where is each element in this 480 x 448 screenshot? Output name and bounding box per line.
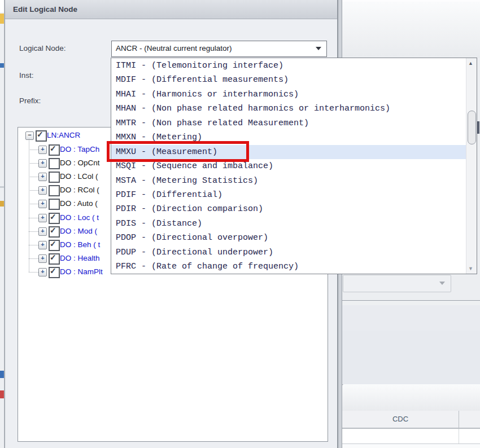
tree-connector-line [29,163,38,164]
dropdown-item[interactable]: PDOP - (Directional overpower) [111,231,466,245]
checkmark-icon: ✓ [50,226,56,235]
dialog-title: Edit Logical Node [13,5,77,14]
root-checkbox[interactable]: ✓ [36,130,47,142]
dialog-titlebar[interactable]: Edit Logical Node [5,0,337,19]
prefix-label: Prefix: [19,96,41,105]
expand-icon[interactable]: + [38,159,47,168]
dropdown-item[interactable]: MHAN - (Non phase related harmonics or i… [111,102,466,116]
tree-connector-line [29,190,38,191]
do-checkbox[interactable] [49,172,60,183]
expand-icon[interactable]: + [38,214,47,222]
expand-icon[interactable]: + [38,254,47,263]
dropdown-item[interactable]: PFRC - (Rate of change of frequency) [111,260,466,274]
tree-item-label[interactable]: DO : Loc ( t [60,211,99,225]
checkmark-icon: ✓ [50,266,56,275]
scroll-down-icon[interactable]: ▼ [468,266,473,271]
dropdown-item[interactable]: PDIF - (Differential) [111,188,466,202]
tree-connector-line [29,204,38,204]
background-icon-fragment [0,63,4,68]
background-icon-fragment [0,390,4,398]
inst-label: Inst: [19,71,34,80]
tree-item-label[interactable]: DO : Beh ( t [60,238,100,252]
dropdown-item[interactable]: MDIF - (Differential measurements) [111,73,466,87]
expand-icon[interactable]: + [38,186,47,195]
expand-icon[interactable]: + [38,241,47,249]
background-table-row [342,429,480,444]
checkmark-icon: ✓ [50,253,56,262]
background-icon-fragment [0,371,4,378]
tree-item-label[interactable]: DO : OpCnt [60,156,100,170]
chevron-down-icon [316,47,321,50]
background-fragment [477,121,479,134]
do-checkbox[interactable]: ✓ [49,267,60,278]
tree-connector-line [29,231,38,232]
tree-item-label[interactable]: DO : Auto ( [60,197,98,210]
background-top-pane [342,0,480,58]
annotation-highlight-box [107,141,249,162]
dropdown-item[interactable]: MSTA - (Metering Statistics) [111,174,466,188]
do-checkbox[interactable]: ✓ [49,213,60,224]
dropdown-item[interactable]: MHAI - (Harmonics or interharmonics) [111,87,466,102]
collapse-icon[interactable]: − [25,131,34,140]
expand-icon[interactable]: + [38,227,47,236]
tree-item-label[interactable]: DO : Health [60,252,100,265]
do-checkbox[interactable]: ✓ [49,240,60,251]
logical-node-combobox[interactable]: ANCR - (Neutral current regulator) [111,41,327,57]
dropdown-item[interactable]: ITMI - (Telemonitoring interface) [111,59,466,73]
checkmark-icon: ✓ [50,212,56,221]
tree-connector-line [29,177,38,177]
logical-node-selected-value: ANCR - (Neutral current regulator) [116,44,232,52]
background-left-strip [0,0,5,448]
do-checkbox[interactable] [49,199,60,210]
do-checkbox[interactable]: ✓ [49,226,60,238]
tree-item-label[interactable]: DO : Mod ( [60,225,97,238]
checkmark-icon: ✓ [50,239,56,248]
tree-item-label[interactable]: DO : NamPlt [60,265,103,279]
background-group-header [342,384,480,411]
tree-connector-line [29,258,38,259]
tree-item-label[interactable]: DO : TapCh [60,143,99,156]
logical-node-listbox: ITMI - (Telemonitoring interface)MDIF - … [111,58,477,274]
expand-icon[interactable]: + [38,200,47,208]
dropdown-item[interactable]: PDUP - (Directional underpower) [111,245,466,260]
background-table-header-row: CDC [342,411,480,429]
expand-icon[interactable]: + [38,146,47,154]
do-checkbox[interactable] [49,185,60,196]
tree-root-label[interactable]: LN:ANCR [47,129,80,142]
dropdown-item[interactable]: PDIR - (Direction comparison) [111,202,466,216]
background-table-row [342,444,480,448]
scroll-up-icon[interactable]: ▲ [468,60,473,66]
cdc-column-header[interactable]: CDC [342,411,459,428]
listbox-scrollbar[interactable]: ▲ ▼ [466,58,477,274]
background-icon-fragment [0,14,4,24]
checkmark-icon: ✓ [50,144,56,153]
background-disabled-combobox[interactable] [343,275,451,292]
expand-icon[interactable]: + [38,268,47,276]
tree-item-label[interactable]: DO : LCol ( [60,170,98,183]
background-icon-fragment [0,201,4,207]
screen: CDC Edit Logical Node Logical Node: Inst… [0,0,480,448]
checkmark-icon: ✓ [37,130,43,139]
do-checkbox[interactable]: ✓ [49,144,60,156]
tree-item-label[interactable]: DO : RCol ( [60,183,99,197]
scrollbar-thumb[interactable] [468,111,476,144]
logical-node-label: Logical Node: [19,44,66,52]
dropdown-item[interactable]: PDIS - (Distance) [111,217,466,231]
expand-icon[interactable]: + [38,173,47,181]
do-checkbox[interactable]: ✓ [49,253,60,265]
chevron-down-icon [439,282,445,285]
tree-connector-line [29,150,38,150]
table-cell [342,429,459,443]
tree-connector-line [29,218,38,218]
dropdown-item[interactable]: MMTR - (Non phase related Measurement) [111,116,466,130]
tree-connector-line [29,272,38,273]
listbox-items: ITMI - (Telemonitoring interface)MDIF - … [111,59,466,274]
tree-connector-line [29,245,38,245]
background-band [342,331,480,385]
background-band [342,305,480,331]
do-checkbox[interactable] [49,158,60,169]
